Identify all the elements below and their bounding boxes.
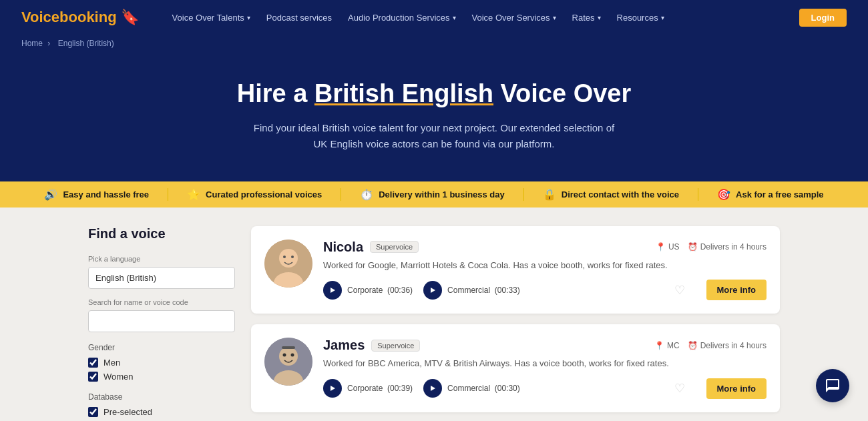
voice-desc-james: Worked for BBC America, MTV & British Ai…: [323, 357, 767, 370]
audio-row-james: Corporate (00:39) Commercial (00:30) ♡ M…: [323, 378, 767, 399]
gender-men-checkbox[interactable]: Men: [88, 358, 235, 368]
svg-marker-13: [331, 386, 335, 391]
chevron-icon: ▾: [453, 14, 456, 21]
svg-point-3: [283, 256, 286, 258]
logo[interactable]: Voicebooking 🔖: [21, 9, 139, 26]
audio-commercial-james: Commercial (00:30): [423, 379, 520, 398]
breadcrumb-current: English (British): [58, 39, 114, 48]
database-preselected-input[interactable]: [88, 407, 98, 417]
database-preselected-checkbox[interactable]: Pre-selected: [88, 407, 235, 417]
location-icon: 📍: [654, 341, 664, 350]
audio-commercial-nicola: Commercial (00:33): [423, 281, 520, 300]
audio-corporate-label-james: Corporate (00:39): [347, 384, 413, 393]
voice-list: Nicola Supervoice 📍 US ⏰ Delivers in 4 h…: [251, 226, 780, 421]
sidebar-title: Find a voice: [88, 226, 235, 242]
sidebar: Find a voice Pick a language English (Br…: [88, 226, 235, 421]
chat-bubble[interactable]: [816, 369, 849, 402]
breadcrumb: Home › English (British): [0, 35, 868, 55]
play-commercial-james[interactable]: [423, 379, 442, 398]
svg-point-11: [291, 354, 294, 357]
feature-bar: 🔊 Easy and hassle free ⭐ Curated profess…: [0, 181, 868, 207]
audio-corporate-label-nicola: Corporate (00:36): [347, 286, 413, 295]
clock-icon: ⏰: [688, 341, 698, 350]
delivery-icon: ⏱️: [360, 188, 373, 201]
nav-voice-over-services[interactable]: Voice Over Services ▾: [465, 9, 563, 27]
voice-name-james: James: [323, 338, 365, 353]
delivery-badge-james: ⏰ Delivers in 4 hours: [688, 341, 767, 350]
country-badge-nicola: 📍 US: [656, 242, 680, 252]
nav-links: Voice Over Talents ▾ Podcast services Au…: [166, 9, 799, 27]
voice-info-nicola: Nicola Supervoice 📍 US ⏰ Delivers in 4 h…: [323, 240, 767, 301]
svg-rect-12: [282, 346, 295, 349]
feature-easy: 🔊 Easy and hassle free: [25, 188, 168, 201]
audio-commercial-label-james: Commercial (00:30): [447, 384, 520, 393]
voice-search-input[interactable]: [88, 310, 235, 332]
avatar-james: [264, 338, 312, 386]
nav-audio-production[interactable]: Audio Production Services ▾: [341, 9, 462, 27]
feature-contact: 🔒 Direct contact with the voice: [524, 188, 698, 201]
gender-men-input[interactable]: [88, 358, 98, 368]
chevron-icon: ▾: [598, 14, 601, 21]
audio-row-nicola: Corporate (00:36) Commercial (00:33) ♡ M…: [323, 280, 767, 300]
clock-icon: ⏰: [688, 242, 698, 252]
audio-corporate-james: Corporate (00:39): [323, 379, 413, 398]
navbar: Voicebooking 🔖 Voice Over Talents ▾ Podc…: [0, 0, 868, 35]
favorite-nicola[interactable]: ♡: [669, 283, 690, 298]
nav-rates[interactable]: Rates ▾: [566, 9, 608, 27]
nav-resources[interactable]: Resources ▾: [610, 9, 671, 27]
breadcrumb-home[interactable]: Home: [21, 39, 43, 48]
location-icon: 📍: [656, 242, 666, 252]
logo-emoji: 🔖: [121, 9, 139, 26]
hero-title: Hire a British English Voice Over: [13, 79, 855, 109]
feature-easy-label: Easy and hassle free: [63, 189, 149, 199]
supervoice-badge-nicola: Supervoice: [370, 241, 419, 253]
voice-card-james: James Supervoice 📍 MC ⏰ Delivers in 4 ho…: [251, 324, 780, 412]
play-corporate-james[interactable]: [323, 379, 342, 398]
svg-point-1: [279, 249, 298, 268]
voice-info-james: James Supervoice 📍 MC ⏰ Delivers in 4 ho…: [323, 338, 767, 399]
meta-badges-james: 📍 MC ⏰ Delivers in 4 hours: [654, 341, 767, 350]
voice-name-nicola: Nicola: [323, 240, 363, 255]
svg-point-10: [283, 354, 286, 357]
voice-desc-nicola: Worked for Google, Marriott Hotels & Coc…: [323, 259, 767, 272]
nav-voice-over-talents[interactable]: Voice Over Talents ▾: [166, 9, 257, 27]
breadcrumb-separator: ›: [47, 39, 50, 48]
search-filter-label: Search for name or voice code: [88, 298, 235, 306]
play-commercial-nicola[interactable]: [423, 281, 442, 300]
gender-women-label: Women: [103, 372, 134, 382]
delivery-badge-nicola: ⏰ Delivers in 4 hours: [688, 242, 767, 252]
login-button[interactable]: Login: [799, 9, 847, 27]
more-info-nicola[interactable]: More info: [706, 280, 767, 300]
chevron-icon: ▾: [247, 14, 250, 21]
feature-contact-label: Direct contact with the voice: [562, 189, 679, 199]
language-select[interactable]: English (British): [88, 267, 235, 289]
svg-point-8: [279, 347, 298, 366]
hero-section: Hire a British English Voice Over Find y…: [0, 55, 868, 181]
feature-curated: ⭐ Curated professional voices: [168, 188, 341, 201]
country-badge-james: 📍 MC: [654, 341, 680, 350]
hero-subtitle: Find your ideal British voice talent for…: [247, 120, 621, 152]
gender-women-checkbox[interactable]: Women: [88, 372, 235, 382]
voice-name-row-nicola: Nicola Supervoice 📍 US ⏰ Delivers in 4 h…: [323, 240, 767, 255]
favorite-james[interactable]: ♡: [669, 381, 690, 396]
play-corporate-nicola[interactable]: [323, 281, 342, 300]
feature-delivery-label: Delivery within 1 business day: [379, 189, 505, 199]
svg-marker-14: [431, 386, 435, 391]
database-preselected-label: Pre-selected: [103, 407, 152, 417]
feature-curated-label: Curated professional voices: [206, 189, 322, 199]
chevron-icon: ▾: [661, 14, 664, 21]
nav-podcast-services[interactable]: Podcast services: [260, 9, 339, 27]
meta-badges-nicola: 📍 US ⏰ Delivers in 4 hours: [656, 242, 767, 252]
more-info-james[interactable]: More info: [706, 378, 767, 399]
contact-icon: 🔒: [543, 188, 556, 201]
main-content: Find a voice Pick a language English (Br…: [67, 207, 801, 421]
avatar-nicola: [264, 240, 312, 288]
voice-name-row-james: James Supervoice 📍 MC ⏰ Delivers in 4 ho…: [323, 338, 767, 353]
gender-women-input[interactable]: [88, 372, 98, 382]
audio-corporate-nicola: Corporate (00:36): [323, 281, 413, 300]
svg-point-4: [291, 256, 294, 258]
language-filter-label: Pick a language: [88, 255, 235, 263]
gender-label: Gender: [88, 343, 235, 352]
feature-sample: 🎯 Ask for a free sample: [698, 188, 843, 201]
audio-commercial-label-nicola: Commercial (00:33): [447, 286, 520, 295]
